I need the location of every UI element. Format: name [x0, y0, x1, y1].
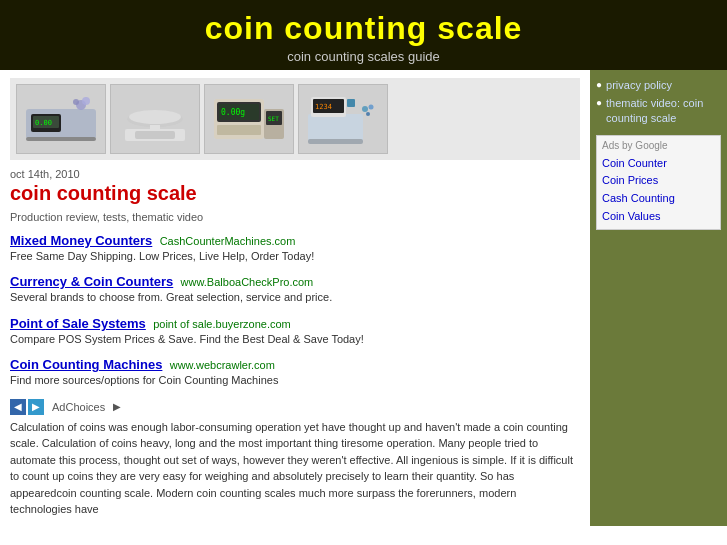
ad-title-3[interactable]: Point of Sale Systems — [10, 316, 146, 331]
svg-rect-12 — [135, 131, 175, 139]
ad-blocks: Mixed Money Counters CashCounterMachines… — [10, 233, 580, 389]
scale-image-4: 1234 — [298, 84, 388, 154]
nav-arrows: ◀ ▶ — [10, 399, 44, 415]
ad-title-1[interactable]: Mixed Money Counters — [10, 233, 152, 248]
adchoices-bar: ◀ ▶ AdChoices ▶ — [10, 399, 580, 415]
google-ad-cash-counting[interactable]: Cash Counting — [602, 190, 715, 208]
svg-point-5 — [82, 97, 90, 105]
ad-title-4[interactable]: Coin Counting Machines — [10, 357, 162, 372]
svg-text:SET: SET — [268, 115, 279, 122]
sidebar-video-link[interactable]: thematic video: coin counting scale — [606, 96, 721, 125]
ad-desc-2: Several brands to choose from. Great sel… — [10, 290, 580, 305]
svg-rect-17 — [217, 125, 261, 135]
svg-text:0.00g: 0.00g — [221, 108, 245, 117]
scale-image-2 — [110, 84, 200, 154]
adchoices-label: AdChoices — [52, 401, 105, 413]
page-layout: 0.00 — [0, 70, 727, 526]
body-text: Calculation of coins was enough labor-co… — [10, 419, 580, 518]
ad-url-4: www.webcrawler.com — [170, 359, 275, 371]
svg-rect-21 — [308, 114, 363, 142]
next-arrow[interactable]: ▶ — [28, 399, 44, 415]
ad-block-1: Mixed Money Counters CashCounterMachines… — [10, 233, 580, 264]
svg-point-28 — [366, 112, 370, 116]
sidebar-links: ● privacy policy ● thematic video: coin … — [596, 78, 721, 125]
image-strip: 0.00 — [10, 78, 580, 160]
scale-image-3: 0.00g SET — [204, 84, 294, 154]
svg-text:0.00: 0.00 — [35, 119, 52, 127]
article-meta: Production review, tests, thematic video — [10, 211, 580, 223]
ad-url-3: point of sale.buyerzone.com — [153, 318, 291, 330]
svg-rect-11 — [150, 125, 160, 131]
sidebar-link-item-1: ● privacy policy — [596, 78, 721, 92]
ad-block-3: Point of Sale Systems point of sale.buye… — [10, 316, 580, 347]
ads-by-google-label: Ads by Google — [602, 140, 715, 151]
svg-rect-7 — [26, 137, 96, 141]
ad-url-2: www.BalboaCheckPro.com — [181, 276, 314, 288]
article-title: coin counting scale — [10, 182, 580, 205]
svg-text:1234: 1234 — [315, 103, 332, 111]
main-content: 0.00 — [0, 70, 590, 526]
ad-title-2[interactable]: Currency & Coin Counters — [10, 274, 173, 289]
svg-point-10 — [129, 110, 181, 124]
sidebar-link-item-2: ● thematic video: coin counting scale — [596, 96, 721, 125]
sidebar-privacy-link[interactable]: privacy policy — [606, 78, 672, 92]
svg-rect-25 — [347, 99, 355, 107]
bullet-icon-1: ● — [596, 79, 602, 90]
ad-block-4: Coin Counting Machines www.webcrawler.co… — [10, 357, 580, 388]
sidebar: ● privacy policy ● thematic video: coin … — [590, 70, 727, 526]
svg-point-6 — [73, 99, 79, 105]
ad-block-2: Currency & Coin Counters www.BalboaCheck… — [10, 274, 580, 305]
adchoices-icon: ▶ — [113, 401, 121, 412]
ads-by-google-block: Ads by Google Coin Counter Coin Prices C… — [596, 135, 721, 230]
ad-desc-1: Free Same Day Shipping. Low Prices, Live… — [10, 249, 580, 264]
prev-arrow[interactable]: ◀ — [10, 399, 26, 415]
google-ad-coin-prices[interactable]: Coin Prices — [602, 172, 715, 190]
article-date: oct 14th, 2010 — [10, 168, 580, 180]
google-ad-coin-values[interactable]: Coin Values — [602, 208, 715, 226]
bullet-icon-2: ● — [596, 97, 602, 108]
ad-desc-4: Find more sources/options for Coin Count… — [10, 373, 580, 388]
google-ad-coin-counter[interactable]: Coin Counter — [602, 155, 715, 173]
ad-url-1: CashCounterMachines.com — [160, 235, 296, 247]
svg-point-27 — [369, 105, 374, 110]
scale-image-1: 0.00 — [16, 84, 106, 154]
svg-rect-29 — [308, 139, 363, 144]
site-subtitle: coin counting scales guide — [0, 49, 727, 64]
ad-desc-3: Compare POS System Prices & Save. Find t… — [10, 332, 580, 347]
svg-point-26 — [362, 106, 368, 112]
site-header: coin counting scale coin counting scales… — [0, 0, 727, 70]
site-title: coin counting scale — [0, 10, 727, 47]
